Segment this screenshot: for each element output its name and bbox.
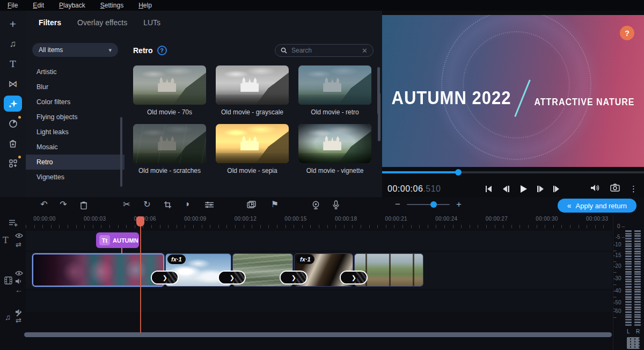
tab-filters[interactable]: Filters	[39, 18, 61, 27]
webcam-icon[interactable]	[309, 201, 322, 209]
effects-icon[interactable]	[4, 96, 22, 112]
undo-icon[interactable]: ↶	[38, 199, 50, 209]
frame-back-icon[interactable]	[500, 184, 512, 194]
audio-track[interactable]	[26, 290, 612, 312]
category-dropdown[interactable]: All items	[32, 43, 118, 57]
cut-icon[interactable]: ✂	[120, 199, 133, 209]
meter-led-segment	[634, 294, 641, 295]
transition-indicator[interactable]	[218, 271, 246, 285]
video-track-visibility-icon[interactable]	[15, 271, 23, 276]
transition-indicator[interactable]	[280, 271, 308, 285]
filter-thumbnail[interactable]	[133, 65, 206, 105]
search-box[interactable]: ✕	[275, 44, 374, 57]
apply-and-return-button[interactable]: « Apply and return	[558, 199, 636, 213]
category-help-icon[interactable]: ?	[157, 46, 167, 55]
crop-icon[interactable]	[161, 201, 174, 209]
meter-led-segment	[634, 322, 641, 323]
filter-label: Old movie - scratches	[133, 167, 206, 175]
properties-icon[interactable]	[203, 201, 216, 208]
zoom-in-icon[interactable]: +	[456, 199, 462, 210]
search-input[interactable]	[291, 47, 357, 54]
meter-led-segment	[634, 271, 641, 273]
delete-icon[interactable]	[77, 201, 90, 209]
zoom-out-icon[interactable]: −	[395, 199, 400, 210]
filter-card-sepia[interactable]: Old movie - sepia	[216, 124, 289, 175]
color-adjust-icon[interactable]: ◑	[180, 199, 193, 209]
panel-divider-scrollbar[interactable]	[377, 67, 380, 114]
video-preview[interactable]: AUTUMN 2022 ATTRACTIVE NATURE ?	[382, 15, 644, 167]
meter-led-segment	[634, 314, 641, 316]
meter-led-segment	[634, 298, 641, 300]
titles-icon[interactable]: T	[4, 56, 22, 72]
effects-packs-icon[interactable]	[4, 155, 22, 171]
category-item-blur[interactable]: Blur	[26, 79, 125, 94]
redo-icon[interactable]: ↷	[57, 199, 70, 209]
category-scrollbar[interactable]	[120, 117, 122, 187]
filter-thumbnail[interactable]	[298, 65, 371, 105]
seek-bar[interactable]	[382, 171, 644, 173]
clear-search-icon[interactable]: ✕	[362, 47, 368, 55]
menu-edit[interactable]: Edit	[33, 2, 44, 9]
filter-thumbnail[interactable]	[133, 124, 206, 163]
transition-wizard-icon[interactable]	[245, 201, 258, 209]
audio-track-unlink-icon[interactable]: ⇄	[16, 316, 21, 324]
audio-icon[interactable]: ♫	[4, 36, 22, 52]
category-item-mosaic[interactable]: Mosaic	[26, 140, 125, 155]
clip-title-background[interactable]	[32, 253, 164, 287]
video-track-arrow-icon[interactable]: ←	[15, 286, 23, 294]
transitions-icon[interactable]: ⋈	[4, 76, 22, 92]
video-track-mute-icon[interactable]	[15, 278, 22, 285]
category-item-vignettes[interactable]: Vignettes	[26, 170, 125, 185]
seek-handle[interactable]	[455, 169, 462, 176]
rotate-icon[interactable]: ↻	[141, 199, 153, 209]
menu-settings[interactable]: Settings	[100, 2, 123, 9]
meter-channel-right: R	[636, 329, 640, 334]
skip-end-icon[interactable]	[552, 184, 564, 194]
help-button[interactable]: ?	[620, 26, 634, 40]
add-media-icon[interactable]: +	[4, 16, 22, 32]
menu-playback[interactable]: Playback	[59, 2, 85, 9]
snapshot-icon[interactable]	[610, 184, 620, 194]
zoom-slider-handle[interactable]	[430, 201, 437, 208]
frame-forward-icon[interactable]	[535, 184, 546, 194]
title-clip[interactable]: Tt AUTUMN	[96, 232, 139, 248]
skip-start-icon[interactable]	[483, 184, 495, 194]
zoom-slider[interactable]	[407, 204, 450, 205]
category-item-color-filters[interactable]: Color filters	[26, 94, 125, 110]
timeline-horizontal-scrollbar[interactable]	[24, 332, 612, 337]
transition-indicator[interactable]	[151, 271, 179, 285]
fx-badge[interactable]: fx·1	[167, 254, 186, 264]
transition-indicator[interactable]	[340, 271, 368, 285]
filter-thumbnail[interactable]	[216, 65, 289, 105]
marker-flag-icon[interactable]: ⚑	[268, 199, 281, 209]
playhead-handle[interactable]	[136, 216, 144, 227]
title-track-sync-icon[interactable]: ⇄	[16, 240, 21, 249]
more-tools-icon[interactable]	[4, 115, 22, 132]
store-icon[interactable]	[4, 135, 22, 151]
tab-luts[interactable]: LUTs	[143, 18, 160, 27]
volume-icon[interactable]	[590, 184, 601, 194]
category-item-light-leaks[interactable]: Light leaks	[26, 125, 125, 140]
filter-card-70s[interactable]: Old movie - 70s	[133, 65, 206, 116]
filter-card-retro[interactable]: Old movie - retro	[298, 65, 371, 116]
add-track-icon[interactable]	[9, 219, 18, 227]
fx-badge[interactable]: fx·1	[296, 254, 314, 264]
filter-card-vignette[interactable]: Old movie - vignette	[298, 124, 371, 175]
menu-help[interactable]: Help	[138, 2, 152, 9]
record-audio-icon[interactable]	[330, 200, 342, 209]
title-track-visibility-icon[interactable]	[15, 233, 23, 238]
menu-file[interactable]: File	[8, 2, 18, 9]
play-icon[interactable]	[517, 184, 529, 194]
tab-overlay-effects[interactable]: Overlay effects	[77, 18, 127, 27]
filter-card-grayscale[interactable]: Old movie - grayscale	[216, 65, 289, 116]
category-item-artistic[interactable]: Artistic	[26, 64, 125, 79]
meter-grid-icon[interactable]	[627, 337, 640, 349]
more-options-icon[interactable]: ⋮	[630, 184, 638, 194]
time-ruler[interactable]: 00:00:0000:00:0300:00:0600:00:0900:00:12…	[26, 215, 612, 229]
meter-led-segment	[634, 289, 641, 290]
filter-card-scratches[interactable]: Old movie - scratches	[133, 124, 206, 175]
filter-thumbnail[interactable]	[216, 124, 289, 163]
category-item-flying-objects[interactable]: Flying objects	[26, 110, 125, 125]
filter-thumbnail[interactable]	[298, 124, 371, 163]
category-item-retro[interactable]: Retro	[26, 155, 125, 170]
